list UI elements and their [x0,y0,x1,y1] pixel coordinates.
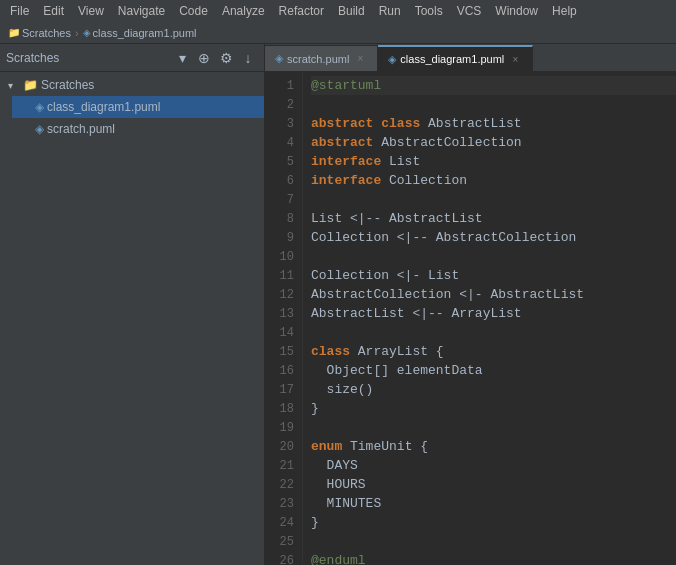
tab-bar: ◈ scratch.puml × ◈ class_diagram1.puml × [265,44,676,72]
tab-label-class-diagram: class_diagram1.puml [400,53,504,65]
folder-icon: 📁 [23,78,38,92]
ln-1: 1 [265,76,302,95]
breadcrumb-file-icon: ◈ [83,27,91,38]
menu-analyze[interactable]: Analyze [216,2,271,20]
menu-build[interactable]: Build [332,2,371,20]
tree-root-scratches[interactable]: ▾ 📁 Scratches [0,74,264,96]
kw-interface-5: interface [311,154,381,169]
kw-enum-20: enum [311,439,342,454]
breadcrumb-bar: 📁 Scratches › ◈ class_diagram1.puml [0,22,676,44]
tab-icon-class-diagram: ◈ [388,53,396,66]
ln-19: 19 [265,418,302,437]
code-line-8: List <|-- AbstractList [311,209,676,228]
tree-label-scratch: scratch.puml [47,122,115,136]
code-20b: TimeUnit { [342,439,428,454]
menubar: File Edit View Navigate Code Analyze Ref… [0,0,676,22]
code-content[interactable]: @startuml 💡 abstract class AbstractList … [303,72,676,565]
ln-8: 8 [265,209,302,228]
ln-7: 7 [265,190,302,209]
code-line-3: abstract class AbstractList [311,114,676,133]
menu-view[interactable]: View [72,2,110,20]
breadcrumb-scratches[interactable]: Scratches [22,27,71,39]
sidebar-btn-dropdown[interactable]: ▾ [172,48,192,68]
line-numbers: 1 2 3 4 5 6 7 8 9 10 11 12 13 14 15 16 1… [265,72,303,565]
kw-class-3: class [381,116,420,131]
main-container: Scratches ▾ ⊕ ⚙ ↓ ▾ 📁 Scratches ◈ class_… [0,44,676,565]
code-8: List <|-- AbstractList [311,211,483,226]
cn-6: Collection [381,173,467,188]
code-18: } [311,401,319,416]
code-line-17: size() [311,380,676,399]
sidebar-btn-add[interactable]: ⊕ [194,48,214,68]
code-line-26: @enduml [311,551,676,565]
ln-6: 6 [265,171,302,190]
tab-close-class-diagram[interactable]: × [508,52,522,66]
scratches-folder-icon: 📁 [8,27,20,38]
tab-icon-scratch: ◈ [275,52,283,65]
code-23: MINUTES [311,496,381,511]
code-24: } [311,515,319,530]
code-12: AbstractCollection <|- AbstractList [311,287,584,302]
menu-refactor[interactable]: Refactor [273,2,330,20]
tree-item-scratch[interactable]: ◈ scratch.puml [12,118,264,140]
ln-3: 3 [265,114,302,133]
sidebar-btn-collapse[interactable]: ↓ [238,48,258,68]
menu-vcs[interactable]: VCS [451,2,488,20]
ln-13: 13 [265,304,302,323]
menu-window[interactable]: Window [489,2,544,20]
ln-26: 26 [265,551,302,565]
ln-5: 5 [265,152,302,171]
tab-class-diagram-puml[interactable]: ◈ class_diagram1.puml × [378,45,533,71]
ln-23: 23 [265,494,302,513]
menu-file[interactable]: File [4,2,35,20]
code-line-15: class ArrayList { [311,342,676,361]
code-line-10 [311,247,676,266]
sidebar-btn-settings[interactable]: ⚙ [216,48,236,68]
code-line-22: HOURS [311,475,676,494]
editor-area: ◈ scratch.puml × ◈ class_diagram1.puml ×… [265,44,676,565]
menu-edit[interactable]: Edit [37,2,70,20]
kw-class-15: class [311,344,350,359]
menu-code[interactable]: Code [173,2,214,20]
ln-25: 25 [265,532,302,551]
menu-navigate[interactable]: Navigate [112,2,171,20]
breadcrumb-sep-1: › [75,27,79,39]
sidebar-toolbar: Scratches ▾ ⊕ ⚙ ↓ [0,44,264,72]
tab-scratch-puml[interactable]: ◈ scratch.puml × [265,45,378,71]
ln-18: 18 [265,399,302,418]
ln-20: 20 [265,437,302,456]
tab-close-scratch[interactable]: × [353,52,367,66]
ln-4: 4 [265,133,302,152]
ln-22: 22 [265,475,302,494]
menu-tools[interactable]: Tools [409,2,449,20]
menu-help[interactable]: Help [546,2,583,20]
ln-17: 17 [265,380,302,399]
code-11: Collection <|- List [311,268,459,283]
code-editor[interactable]: 1 2 3 4 5 6 7 8 9 10 11 12 13 14 15 16 1… [265,72,676,565]
kw-interface-6: interface [311,173,381,188]
tree-item-class-diagram[interactable]: ◈ class_diagram1.puml [12,96,264,118]
tab-label-scratch: scratch.puml [287,53,349,65]
menu-run[interactable]: Run [373,2,407,20]
file-tree: ▾ 📁 Scratches ◈ class_diagram1.puml ◈ sc… [0,72,264,565]
ln-2: 2 [265,95,302,114]
tree-label-class-diagram: class_diagram1.puml [47,100,160,114]
code-line-23: MINUTES [311,494,676,513]
ln-9: 9 [265,228,302,247]
code-line-24: } [311,513,676,532]
code-26: @enduml [311,553,366,565]
puml-file-icon-1: ◈ [35,100,44,114]
ln-12: 12 [265,285,302,304]
breadcrumb-file[interactable]: class_diagram1.puml [93,27,197,39]
code-line-21: DAYS [311,456,676,475]
code-line-19 [311,418,676,437]
code-line-2: 💡 [311,95,676,114]
sidebar-title: Scratches [6,51,170,65]
code-16: Object[] elementData [311,363,483,378]
code-22: HOURS [311,477,366,492]
space-3 [373,116,381,131]
code-line-18: } [311,399,676,418]
code-15b: ArrayList { [350,344,444,359]
code-17: size() [311,382,373,397]
gutter-bulb-icon: 💡 [303,97,304,112]
